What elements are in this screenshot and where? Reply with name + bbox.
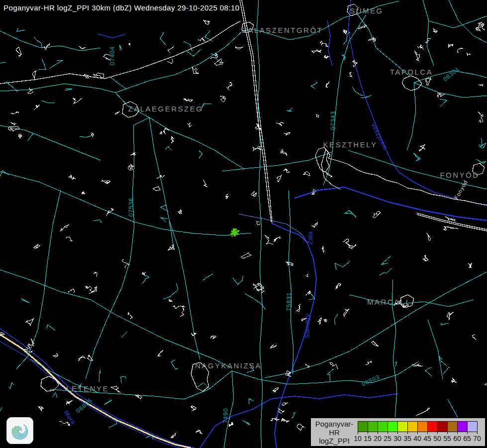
map-line: [169, 299, 173, 302]
map-line: [227, 82, 232, 90]
map-line: [292, 413, 295, 419]
map-line: [311, 82, 317, 88]
radar-echo-cell: [231, 233, 233, 235]
radar-echo-cell: [237, 230, 239, 232]
radar-echo-cell-weak: [231, 235, 233, 237]
road-number-label: 07536: [128, 198, 135, 217]
map-line: [0, 56, 6, 63]
map-line: [109, 418, 117, 428]
map-line: [286, 262, 293, 265]
road-number-label: 07404: [109, 46, 116, 65]
map-line: [343, 30, 347, 34]
map-line: [425, 78, 431, 86]
map-line: [120, 46, 122, 51]
map-line: [345, 211, 356, 217]
map-line: [419, 145, 425, 151]
map-line: [92, 133, 94, 137]
map-line: [257, 222, 260, 225]
map-line: [226, 194, 229, 199]
legend-color-cell: [378, 421, 388, 432]
map-line: [447, 312, 453, 320]
legend-tick-mark: [467, 432, 468, 434]
map-line: [468, 263, 472, 268]
legend-tick-label: 70: [471, 435, 484, 443]
legend-panel: Poganyvar-HR logZ_PPI dbZ 10152025303540…: [310, 417, 486, 447]
radar-app-logo: [6, 417, 33, 444]
map-line: [253, 283, 259, 288]
map-line: [327, 369, 334, 381]
map-line: [312, 223, 317, 227]
map-line: [306, 291, 311, 295]
legend-color-cell: [457, 421, 468, 432]
legend-product-name: Poganyvar-HR: [311, 420, 358, 437]
map-line: [168, 46, 174, 53]
map-line: [65, 89, 72, 91]
map-line: [273, 387, 278, 392]
map-line: [359, 25, 367, 29]
map-line: [425, 38, 430, 43]
map-line: [32, 71, 36, 80]
map-line: [303, 171, 310, 176]
map-line: [241, 253, 251, 258]
map-line: [330, 363, 338, 369]
map-line: [433, 29, 438, 33]
road-number-label: 06803: [361, 373, 381, 388]
map-line: [21, 299, 30, 303]
map-line: [278, 409, 284, 413]
map-line: [199, 151, 202, 158]
map-line: [407, 83, 416, 150]
map-line: [128, 44, 130, 46]
map-line: [149, 117, 245, 169]
legend-tick-mark: [427, 432, 428, 434]
map-line: [60, 224, 69, 231]
map-line: [417, 215, 487, 231]
legend-color-cell: [358, 421, 368, 432]
map-line: [160, 32, 166, 45]
map-line: [366, 361, 372, 365]
legend-unit-label: dbZ: [311, 445, 358, 448]
city-label: MARCALI: [367, 298, 409, 306]
map-line: [26, 344, 30, 348]
city-label: LETENYE: [66, 384, 109, 393]
map-line: [344, 309, 349, 316]
map-line: [38, 59, 46, 69]
map-line: [423, 0, 434, 66]
map-line: [283, 169, 290, 173]
map-line: [79, 356, 85, 361]
map-line: [8, 382, 14, 388]
city-label: FONYÓD: [440, 171, 479, 179]
map-line: [220, 96, 226, 102]
radar-echo-cell: [236, 233, 238, 235]
road-number-label: 08301: [442, 66, 461, 83]
spiral-arc: [14, 426, 25, 437]
map-line: [441, 323, 448, 325]
map-line: [322, 246, 324, 252]
legend-color-cell: [467, 421, 478, 432]
water-name-label: Zala: [307, 231, 314, 244]
road-number-label: 75831: [286, 292, 292, 311]
shore-name-label: Fonyód: [453, 179, 469, 201]
map-line: [47, 325, 55, 330]
map-line: [80, 135, 93, 137]
map-line: [94, 272, 97, 277]
map-line: [353, 60, 357, 67]
map-line: [416, 408, 430, 415]
map-line: [281, 150, 287, 156]
map-line: [428, 320, 443, 379]
map-line: [480, 143, 487, 148]
map-line: [287, 108, 292, 111]
map-line: [171, 360, 178, 369]
map-line: [412, 364, 422, 366]
city-label: ZALAEGERSZEG: [128, 105, 203, 113]
map-line: [472, 335, 477, 339]
map-line: [68, 289, 75, 293]
map-line: [27, 134, 33, 141]
map-line: [16, 47, 21, 57]
map-line: [320, 41, 328, 47]
map-line: [382, 256, 391, 264]
map-line: [297, 424, 304, 431]
map-line: [467, 53, 470, 56]
map-line: [11, 112, 19, 113]
map-line: [203, 180, 207, 187]
map-line: [289, 190, 293, 374]
